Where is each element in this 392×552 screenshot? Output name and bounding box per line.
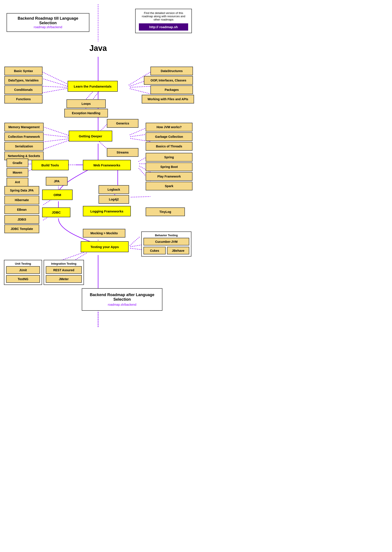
svg-line-36 (131, 196, 150, 197)
log4j2-node: Log4j2 (98, 195, 129, 204)
svg-line-9 (85, 91, 94, 101)
jbehave-node: JBehave (167, 247, 189, 254)
svg-line-39 (130, 237, 140, 246)
backend-bottom-box: Backend Roadmap after Language Selection… (82, 288, 162, 311)
unit-testing-title: Unit Testing (6, 262, 40, 265)
svg-line-12 (42, 134, 68, 137)
exception-handling-node: Exception Handling (64, 109, 108, 117)
tinylog-node: TinyLog (146, 207, 185, 216)
datatypes-node: DataTypes, Variables (4, 76, 42, 85)
svg-line-13 (42, 139, 68, 142)
loops-node: Loops (66, 99, 106, 108)
build-tools-node: Build Tools (32, 160, 69, 170)
jdbc-template-node: JDBC Template (4, 225, 39, 233)
mocking-node: Mocking > Mockito (83, 229, 125, 238)
cukes-node: Cukes (143, 247, 166, 254)
header-subtitle: roadmap.sh/backend (11, 25, 84, 29)
functions-node: Functions (4, 95, 42, 103)
jmeter-node: JMeter (46, 275, 82, 283)
rest-assured-node: REST Assured (46, 266, 82, 274)
url-button[interactable]: http:// roadmap.sh (139, 23, 188, 30)
orm-node: ORM (42, 189, 73, 200)
header-title-box: Backend Roadmap till Language Selection … (7, 13, 89, 32)
ant-node: Ant (7, 178, 28, 187)
basic-syntax-node: Basic Syntax (4, 67, 42, 75)
data-structures-node: DataStructures (150, 67, 193, 75)
maven-node: Maven (7, 168, 28, 177)
play-framework-node: Play Framework (146, 172, 193, 181)
getting-deeper-node: Getting Deeper (69, 131, 112, 141)
testing-node: Testing your Apps (81, 241, 129, 252)
info-text: Find the detailed version of this roadma… (139, 11, 188, 21)
spring-boot-node: Spring Boot (146, 162, 193, 171)
logback-node: Logback (98, 185, 129, 194)
svg-line-1 (42, 72, 70, 85)
working-files-node: Working with Files and APIs (142, 95, 194, 103)
gradle-node: Gradle (7, 159, 28, 167)
svg-line-11 (42, 127, 69, 135)
info-box: Find the detailed version of this roadma… (135, 9, 192, 33)
how-jvm-node: How JVM works? (146, 123, 193, 131)
hibernate-node: Hibernate (4, 196, 39, 204)
svg-line-14 (42, 140, 69, 150)
header-title: Backend Roadmap till Language Selection (11, 16, 84, 25)
streams-node: Streams (107, 148, 139, 157)
spring-node: Spring (146, 153, 193, 162)
svg-line-8 (130, 89, 150, 94)
java-title: Java (89, 44, 107, 53)
jpa-node: JPA (46, 177, 68, 186)
ebean-node: EBean (4, 205, 39, 214)
oop-node: OOP, Interfaces, Classes (144, 76, 193, 85)
integration-testing-title: Integration Testing (46, 262, 82, 265)
serialization-node: Serialization (4, 142, 44, 151)
spring-data-jpa-node: Spring Data JPA (4, 186, 39, 195)
conditionals-node: Conditionals (4, 85, 42, 94)
jdbc-node: JDBC (42, 207, 70, 217)
garbage-collection-node: Garbage Collection (146, 132, 193, 141)
web-frameworks-node: Web Frameworks (83, 160, 131, 170)
learn-fundamentals-node: Learn the Fundamentals (68, 81, 118, 92)
testng-node: TestNG (6, 275, 40, 283)
svg-line-7 (130, 86, 150, 87)
jdbi3-node: JDBI3 (4, 215, 39, 224)
logging-frameworks-node: Logging Frameworks (83, 206, 131, 216)
cucumber-jvm-node: Cucumber-JVM (143, 238, 189, 246)
collection-framework-node: Collection Framework (4, 132, 44, 141)
basics-threads-node: Basics of Threads (146, 142, 193, 151)
memory-management-node: Memory Management (4, 123, 44, 131)
generics-node: Generics (107, 119, 139, 128)
backend-bottom-subtitle: roadmap.sh/backend (87, 303, 158, 306)
packages-node: Packages (150, 85, 193, 94)
spark-node: Spark (146, 182, 193, 190)
svg-line-2 (42, 79, 68, 86)
behavior-testing-title: Behavior Testing (143, 234, 189, 237)
svg-line-4 (42, 88, 67, 93)
bottom-dotted-line (96, 312, 103, 330)
backend-bottom-title: Backend Roadmap after Language Selection (87, 293, 158, 302)
junit-node: JUnit (6, 266, 40, 274)
svg-line-3 (42, 86, 66, 87)
